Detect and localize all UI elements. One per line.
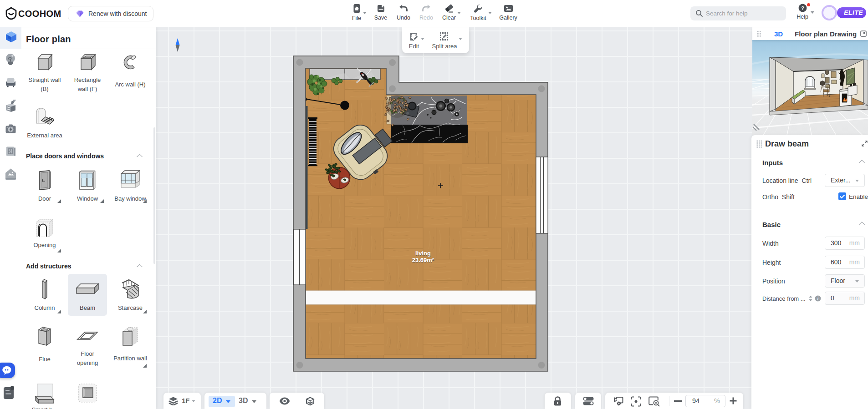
svg-text:living: living <box>415 250 431 257</box>
svg-text:?: ? <box>801 5 804 11</box>
svg-text:23.69m²: 23.69m² <box>412 257 434 263</box>
